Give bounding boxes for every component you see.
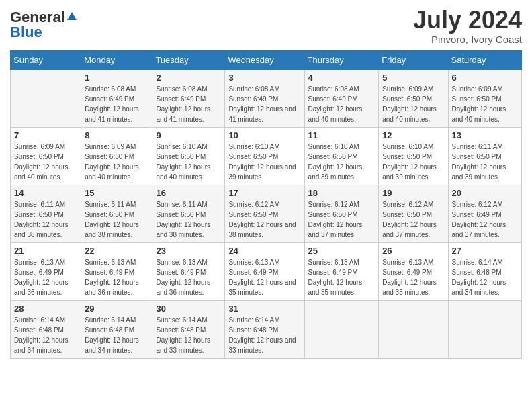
day-number: 29 [85, 304, 148, 314]
calendar-cell: 25Sunrise: 6:13 AMSunset: 6:49 PMDayligh… [304, 242, 379, 300]
svg-marker-0 [67, 12, 77, 20]
day-number: 18 [308, 188, 375, 198]
day-number: 24 [228, 246, 300, 256]
month-year-title: July 2024 [413, 7, 522, 34]
day-number: 23 [156, 246, 221, 256]
week-row-4: 28Sunrise: 6:14 AMSunset: 6:48 PMDayligh… [11, 300, 522, 358]
calendar-cell: 31Sunrise: 6:14 AMSunset: 6:48 PMDayligh… [225, 300, 304, 358]
calendar-cell: 16Sunrise: 6:11 AMSunset: 6:50 PMDayligh… [152, 185, 225, 242]
calendar-cell [11, 69, 81, 127]
calendar-table: SundayMondayTuesdayWednesdayThursdayFrid… [10, 50, 522, 359]
day-info: Sunrise: 6:10 AMSunset: 6:50 PMDaylight:… [382, 142, 444, 182]
day-number: 14 [14, 188, 77, 198]
day-number: 11 [308, 130, 375, 140]
day-header-sunday: Sunday [11, 50, 81, 69]
day-info: Sunrise: 6:13 AMSunset: 6:49 PMDaylight:… [228, 257, 300, 298]
week-row-3: 21Sunrise: 6:13 AMSunset: 6:49 PMDayligh… [11, 242, 522, 300]
calendar-cell: 8Sunrise: 6:09 AMSunset: 6:50 PMDaylight… [81, 127, 152, 185]
day-number: 7 [14, 130, 77, 140]
calendar-cell: 7Sunrise: 6:09 AMSunset: 6:50 PMDaylight… [11, 127, 81, 185]
day-info: Sunrise: 6:13 AMSunset: 6:49 PMDaylight:… [308, 257, 375, 298]
day-info: Sunrise: 6:10 AMSunset: 6:50 PMDaylight:… [156, 142, 221, 182]
logo-icon [66, 11, 78, 23]
day-info: Sunrise: 6:12 AMSunset: 6:50 PMDaylight:… [228, 199, 300, 240]
day-info: Sunrise: 6:14 AMSunset: 6:48 PMDaylight:… [85, 315, 148, 355]
calendar-cell: 14Sunrise: 6:11 AMSunset: 6:50 PMDayligh… [11, 185, 81, 242]
calendar-cell: 27Sunrise: 6:14 AMSunset: 6:48 PMDayligh… [448, 242, 521, 300]
day-number: 15 [85, 188, 148, 198]
logo-general-text: General [10, 10, 65, 25]
day-info: Sunrise: 6:11 AMSunset: 6:50 PMDaylight:… [156, 199, 221, 240]
calendar-cell: 26Sunrise: 6:13 AMSunset: 6:49 PMDayligh… [379, 242, 448, 300]
day-number: 5 [382, 73, 444, 83]
day-info: Sunrise: 6:08 AMSunset: 6:49 PMDaylight:… [308, 84, 375, 124]
day-info: Sunrise: 6:10 AMSunset: 6:50 PMDaylight:… [308, 142, 375, 182]
calendar-cell: 10Sunrise: 6:10 AMSunset: 6:50 PMDayligh… [225, 127, 304, 185]
day-info: Sunrise: 6:09 AMSunset: 6:50 PMDaylight:… [14, 142, 77, 182]
week-row-2: 14Sunrise: 6:11 AMSunset: 6:50 PMDayligh… [11, 185, 522, 242]
day-header-monday: Monday [81, 50, 152, 69]
day-info: Sunrise: 6:12 AMSunset: 6:50 PMDaylight:… [382, 199, 444, 240]
day-number: 1 [85, 73, 148, 83]
calendar-cell: 12Sunrise: 6:10 AMSunset: 6:50 PMDayligh… [379, 127, 448, 185]
calendar-cell: 22Sunrise: 6:13 AMSunset: 6:49 PMDayligh… [81, 242, 152, 300]
calendar-cell: 23Sunrise: 6:13 AMSunset: 6:49 PMDayligh… [152, 242, 225, 300]
calendar-cell: 19Sunrise: 6:12 AMSunset: 6:50 PMDayligh… [379, 185, 448, 242]
day-info: Sunrise: 6:14 AMSunset: 6:48 PMDaylight:… [228, 315, 300, 355]
day-number: 20 [452, 188, 518, 198]
calendar-cell: 11Sunrise: 6:10 AMSunset: 6:50 PMDayligh… [304, 127, 379, 185]
day-info: Sunrise: 6:13 AMSunset: 6:49 PMDaylight:… [382, 257, 444, 298]
day-number: 17 [228, 188, 300, 198]
day-number: 30 [156, 304, 221, 314]
week-row-1: 7Sunrise: 6:09 AMSunset: 6:50 PMDaylight… [11, 127, 522, 185]
calendar-cell [448, 300, 521, 358]
day-number: 9 [156, 130, 221, 140]
day-info: Sunrise: 6:08 AMSunset: 6:49 PMDaylight:… [85, 84, 148, 124]
calendar-cell [304, 300, 379, 358]
day-info: Sunrise: 6:14 AMSunset: 6:48 PMDaylight:… [14, 315, 77, 355]
day-info: Sunrise: 6:13 AMSunset: 6:49 PMDaylight:… [156, 257, 221, 298]
day-info: Sunrise: 6:14 AMSunset: 6:48 PMDaylight:… [156, 315, 221, 355]
calendar-cell: 30Sunrise: 6:14 AMSunset: 6:48 PMDayligh… [152, 300, 225, 358]
calendar-cell [379, 300, 448, 358]
day-number: 10 [228, 130, 300, 140]
day-number: 27 [452, 246, 518, 256]
calendar-cell: 18Sunrise: 6:12 AMSunset: 6:50 PMDayligh… [304, 185, 379, 242]
day-info: Sunrise: 6:10 AMSunset: 6:50 PMDaylight:… [228, 142, 300, 182]
day-info: Sunrise: 6:13 AMSunset: 6:49 PMDaylight:… [14, 257, 77, 298]
day-header-wednesday: Wednesday [225, 50, 304, 69]
calendar-cell: 15Sunrise: 6:11 AMSunset: 6:50 PMDayligh… [81, 185, 152, 242]
calendar-cell: 28Sunrise: 6:14 AMSunset: 6:48 PMDayligh… [11, 300, 81, 358]
calendar-cell: 9Sunrise: 6:10 AMSunset: 6:50 PMDaylight… [152, 127, 225, 185]
location-text: Pinvoro, Ivory Coast [413, 34, 522, 45]
calendar-cell: 1Sunrise: 6:08 AMSunset: 6:49 PMDaylight… [81, 69, 152, 127]
day-info: Sunrise: 6:11 AMSunset: 6:50 PMDaylight:… [452, 142, 518, 182]
calendar-cell: 2Sunrise: 6:08 AMSunset: 6:49 PMDaylight… [152, 69, 225, 127]
day-number: 25 [308, 246, 375, 256]
day-info: Sunrise: 6:09 AMSunset: 6:50 PMDaylight:… [382, 84, 444, 124]
day-number: 19 [382, 188, 444, 198]
day-headers-row: SundayMondayTuesdayWednesdayThursdayFrid… [11, 50, 522, 69]
calendar-cell: 3Sunrise: 6:08 AMSunset: 6:49 PMDaylight… [225, 69, 304, 127]
day-number: 12 [382, 130, 444, 140]
day-number: 28 [14, 304, 77, 314]
title-area: July 2024 Pinvoro, Ivory Coast [413, 7, 522, 45]
week-row-0: 1Sunrise: 6:08 AMSunset: 6:49 PMDaylight… [11, 69, 522, 127]
day-number: 8 [85, 130, 148, 140]
day-info: Sunrise: 6:12 AMSunset: 6:50 PMDaylight:… [308, 199, 375, 240]
day-info: Sunrise: 6:08 AMSunset: 6:49 PMDaylight:… [228, 84, 300, 124]
day-info: Sunrise: 6:14 AMSunset: 6:48 PMDaylight:… [452, 257, 518, 298]
calendar-cell: 21Sunrise: 6:13 AMSunset: 6:49 PMDayligh… [11, 242, 81, 300]
calendar-cell: 4Sunrise: 6:08 AMSunset: 6:49 PMDaylight… [304, 69, 379, 127]
day-header-friday: Friday [379, 50, 448, 69]
calendar-cell: 5Sunrise: 6:09 AMSunset: 6:50 PMDaylight… [379, 69, 448, 127]
day-number: 16 [156, 188, 221, 198]
logo-blue-text: Blue [10, 25, 42, 40]
day-number: 4 [308, 73, 375, 83]
day-number: 31 [228, 304, 300, 314]
day-info: Sunrise: 6:11 AMSunset: 6:50 PMDaylight:… [14, 199, 77, 240]
day-header-saturday: Saturday [448, 50, 521, 69]
calendar-cell: 20Sunrise: 6:12 AMSunset: 6:49 PMDayligh… [448, 185, 521, 242]
day-header-tuesday: Tuesday [152, 50, 225, 69]
day-number: 22 [85, 246, 148, 256]
